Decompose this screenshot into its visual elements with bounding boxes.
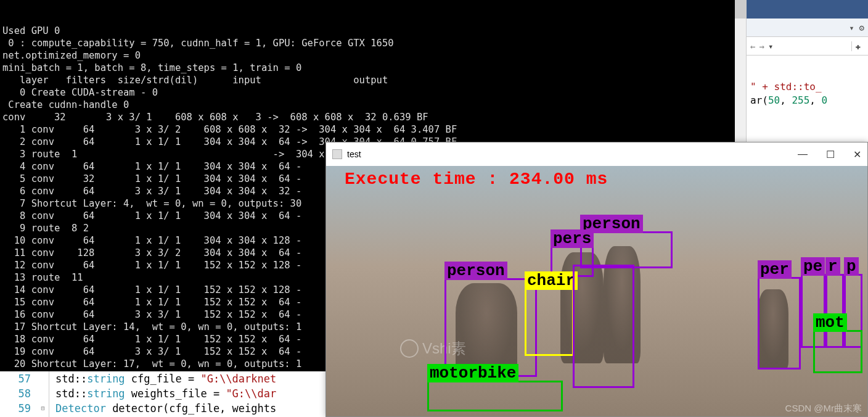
minimize-button[interactable]: — bbox=[798, 149, 808, 160]
scrollbar-thumb[interactable] bbox=[735, 0, 746, 19]
code-text: " + std::to_ bbox=[750, 81, 822, 93]
ide-code-snippet: " + std::to_ ar(50, 255, 0 bbox=[747, 56, 868, 107]
line-number: 59 bbox=[0, 401, 31, 416]
bbox-chair: chair bbox=[525, 288, 574, 356]
csdn-watermark: CSDN @Mr曲末寒 bbox=[785, 403, 862, 415]
code-text: 255 bbox=[792, 94, 809, 106]
ide-nav[interactable]: ← → ▾ ✚ bbox=[747, 37, 868, 56]
nav-back-icon[interactable]: ← bbox=[750, 41, 755, 51]
code-text: , bbox=[780, 94, 792, 106]
line-number: 58 bbox=[0, 386, 31, 401]
bbox-per: per bbox=[758, 277, 801, 370]
bbox-object bbox=[573, 265, 634, 388]
bbox-label: chair bbox=[525, 271, 578, 290]
bbox-label: per bbox=[758, 260, 792, 279]
line-gutter: 57 58 59 bbox=[0, 371, 37, 417]
bbox-motorbike: motorbike bbox=[427, 381, 563, 411]
gear-icon[interactable]: ⚙ bbox=[859, 23, 864, 33]
nav-dropdown[interactable]: ▾ bbox=[768, 41, 773, 51]
execution-time-text: Execute time : 234.00 ms bbox=[345, 170, 608, 189]
fold-gutter[interactable]: ⊟ bbox=[37, 371, 49, 417]
bbox-person: person bbox=[580, 231, 673, 268]
window-icon bbox=[332, 149, 342, 159]
bbox-mot: mot bbox=[813, 330, 862, 373]
detection-window[interactable]: test — ☐ ✕ Vshi素 Execute time : 234.00 m… bbox=[326, 142, 868, 417]
nav-add-icon[interactable]: ✚ bbox=[851, 41, 864, 51]
bbox-label: r bbox=[825, 257, 840, 276]
bbox-label: person bbox=[444, 262, 507, 280]
maximize-button[interactable]: ☐ bbox=[826, 149, 835, 160]
bbox-label: pers bbox=[551, 229, 594, 248]
code-text: 50 bbox=[768, 94, 780, 106]
detection-image: Vshi素 Execute time : 234.00 ms personper… bbox=[326, 166, 867, 416]
bbox-label: p bbox=[844, 257, 859, 276]
bbox-person: person bbox=[444, 278, 537, 377]
ide-toolbar[interactable]: ▾ ⚙ bbox=[747, 19, 868, 37]
close-button[interactable]: ✕ bbox=[853, 149, 861, 160]
ide-tabbar[interactable] bbox=[747, 0, 868, 19]
code-text: , bbox=[809, 94, 821, 106]
bbox-label: pe bbox=[801, 257, 825, 276]
nav-fwd-icon[interactable]: → bbox=[759, 41, 764, 51]
window-titlebar[interactable]: test — ☐ ✕ bbox=[326, 142, 867, 166]
code-text: 0 bbox=[822, 94, 828, 106]
bbox-label: motorbike bbox=[427, 364, 518, 382]
window-title: test bbox=[347, 149, 798, 159]
code-text: ar( bbox=[750, 94, 768, 106]
bbox-label: mot bbox=[813, 313, 847, 332]
line-number: 57 bbox=[0, 371, 31, 386]
divider-icon: ▾ bbox=[849, 23, 854, 33]
